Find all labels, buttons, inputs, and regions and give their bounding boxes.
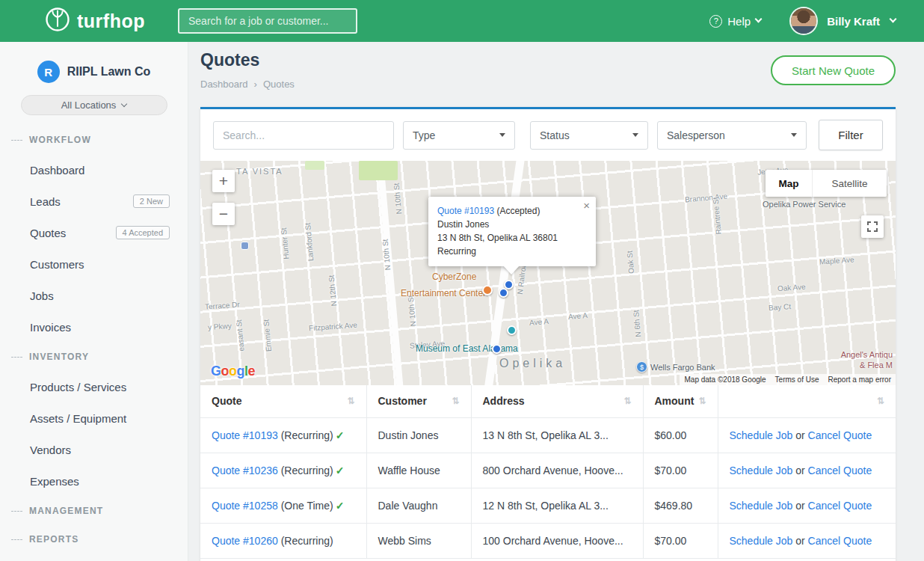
quote-type: (Recurring) <box>281 535 333 547</box>
google-logo[interactable]: Google <box>211 364 255 379</box>
filter-bar: Type Status Salesperson Filter <box>200 109 896 161</box>
section-divider <box>11 511 22 512</box>
global-search-input[interactable] <box>178 8 357 34</box>
quote-link[interactable]: Quote #10236 <box>212 465 278 476</box>
wells-fargo-marker-icon[interactable]: $ <box>636 361 647 373</box>
customer-cell: Webb Sims <box>366 523 471 558</box>
schedule-job-link[interactable]: Schedule Job <box>730 465 793 476</box>
quotes-panel: Type Status Salesperson Filter TA VISTA … <box>200 107 896 561</box>
app-logo[interactable]: turfhop <box>45 7 145 35</box>
sort-icon[interactable]: ⇅ <box>452 396 459 406</box>
quote-link[interactable]: Quote #10258 <box>212 500 278 512</box>
address-cell: 12 N 8th St, Opelika AL 3... <box>471 488 643 523</box>
leads-badge: 2 New <box>133 194 170 208</box>
header-amount[interactable]: Amount⇅ <box>643 385 718 417</box>
sort-icon[interactable]: ⇅ <box>623 396 631 406</box>
info-window-frequency: Recurring <box>437 245 587 258</box>
sort-icon[interactable]: ⇅ <box>877 396 884 406</box>
turfhop-logo-icon <box>45 7 70 35</box>
nav-section-reports[interactable]: REPORTS <box>0 525 188 554</box>
section-divider <box>11 357 22 358</box>
report-map-error-link[interactable]: Report a map error <box>828 375 891 384</box>
sidebar-item-dashboard[interactable]: Dashboard <box>0 154 188 186</box>
info-window-customer: Dustin Jones <box>437 218 587 231</box>
amount-cell: $469.80 <box>643 488 718 523</box>
sidebar-item-invoices[interactable]: Invoices <box>0 311 188 343</box>
chevron-down-icon[interactable] <box>890 16 897 23</box>
map-data-label: Map data ©2018 Google <box>684 375 766 384</box>
company-name: RIIPL Lawn Co <box>67 65 151 79</box>
salesperson-select[interactable]: Salesperson <box>657 121 807 150</box>
quote-marker[interactable] <box>499 288 508 298</box>
breadcrumb: Dashboard › Quotes <box>200 79 295 90</box>
quote-type: (One Time) <box>281 500 333 512</box>
sidebar-item-vendors[interactable]: Vendors <box>0 434 188 465</box>
cancel-quote-link[interactable]: Cancel Quote <box>808 429 872 441</box>
start-new-quote-button[interactable]: Start New Quote <box>771 55 896 85</box>
map-canvas[interactable]: TA VISTA Jeter Ave Brannon Ave Opelika P… <box>200 161 896 385</box>
quote-link[interactable]: Quote #10260 <box>212 535 278 547</box>
filter-button[interactable]: Filter <box>819 120 883 150</box>
type-select[interactable]: Type <box>403 121 515 150</box>
sidebar-item-products-services[interactable]: Products / Services <box>0 371 188 402</box>
amount-cell: $70.00 <box>643 453 718 488</box>
schedule-job-link[interactable]: Schedule Job <box>730 429 793 441</box>
dropdown-arrow-icon <box>499 133 505 137</box>
page-header: Quotes Dashboard › Quotes Start New Quot… <box>188 42 924 107</box>
sidebar: R RIIPL Lawn Co All Locations WORKFLOW D… <box>0 42 188 561</box>
nav-section-management[interactable]: MANAGEMENT <box>0 497 188 525</box>
sidebar-item-jobs[interactable]: Jobs <box>0 280 188 311</box>
status-select[interactable]: Status <box>530 121 648 150</box>
quote-marker[interactable] <box>492 344 502 354</box>
sidebar-item-leads[interactable]: Leads 2 New <box>0 186 188 217</box>
terms-of-use-link[interactable]: Terms of Use <box>775 375 819 384</box>
quotes-search-input[interactable] <box>213 121 394 150</box>
schedule-job-link[interactable]: Schedule Job <box>730 500 793 512</box>
amount-cell: $60.00 <box>643 417 718 453</box>
breadcrumb-separator: › <box>254 79 257 90</box>
location-selector[interactable]: All Locations <box>21 95 167 115</box>
cancel-quote-link[interactable]: Cancel Quote <box>808 500 872 512</box>
quote-link[interactable]: Quote #10193 <box>212 429 278 441</box>
breadcrumb-current: Quotes <box>263 79 295 90</box>
sidebar-item-quotes[interactable]: Quotes 4 Accepted <box>0 217 188 248</box>
header-address[interactable]: Address⇅ <box>471 385 643 417</box>
amount-cell: $70.00 <box>643 523 718 558</box>
satellite-view-button[interactable]: Satellite <box>812 170 887 197</box>
user-name[interactable]: Billy Kraft <box>827 15 880 28</box>
map-poi-icon <box>241 242 249 250</box>
cancel-quote-link[interactable]: Cancel Quote <box>808 465 872 476</box>
chevron-down-icon <box>755 16 763 23</box>
sort-icon[interactable]: ⇅ <box>698 396 706 406</box>
table-overflow <box>200 559 896 561</box>
zoom-out-button[interactable]: − <box>212 203 235 225</box>
header-quote[interactable]: Quote⇅ <box>200 385 366 417</box>
map-view-button[interactable]: Map <box>766 170 812 197</box>
accepted-check-icon: ✓ <box>336 429 345 441</box>
sort-icon[interactable]: ⇅ <box>347 396 354 406</box>
header-customer[interactable]: Customer⇅ <box>366 385 471 417</box>
schedule-job-link[interactable]: Schedule Job <box>730 535 793 547</box>
user-avatar[interactable] <box>791 8 816 34</box>
close-icon[interactable]: × <box>583 200 590 211</box>
cyberzone-marker-icon[interactable] <box>482 285 493 295</box>
dropdown-arrow-icon <box>632 133 638 137</box>
quotes-badge: 4 Accepted <box>116 226 170 239</box>
zoom-in-button[interactable]: + <box>212 170 235 192</box>
sidebar-item-customers[interactable]: Customers <box>0 248 188 280</box>
nav-section-inventory: INVENTORY <box>0 343 188 371</box>
fullscreen-icon <box>867 221 878 232</box>
sidebar-item-assets-equipment[interactable]: Assets / Equipment <box>0 402 188 434</box>
breadcrumb-dashboard[interactable]: Dashboard <box>200 79 248 90</box>
help-menu[interactable]: ? Help <box>709 15 761 28</box>
info-window-quote-link[interactable]: Quote #10193 <box>437 206 494 216</box>
customer-cell: Dustin Jones <box>366 417 471 453</box>
museum-marker-icon[interactable] <box>507 325 517 335</box>
accepted-check-icon: ✓ <box>336 500 345 512</box>
fullscreen-button[interactable] <box>861 215 884 238</box>
table-header-row: Quote⇅ Customer⇅ Address⇅ Amount⇅ ⇅ <box>200 385 896 417</box>
sidebar-item-expenses[interactable]: Expenses <box>0 465 188 497</box>
header-actions[interactable]: ⇅ <box>718 385 896 417</box>
cancel-quote-link[interactable]: Cancel Quote <box>808 535 872 547</box>
dropdown-arrow-icon <box>791 133 797 137</box>
